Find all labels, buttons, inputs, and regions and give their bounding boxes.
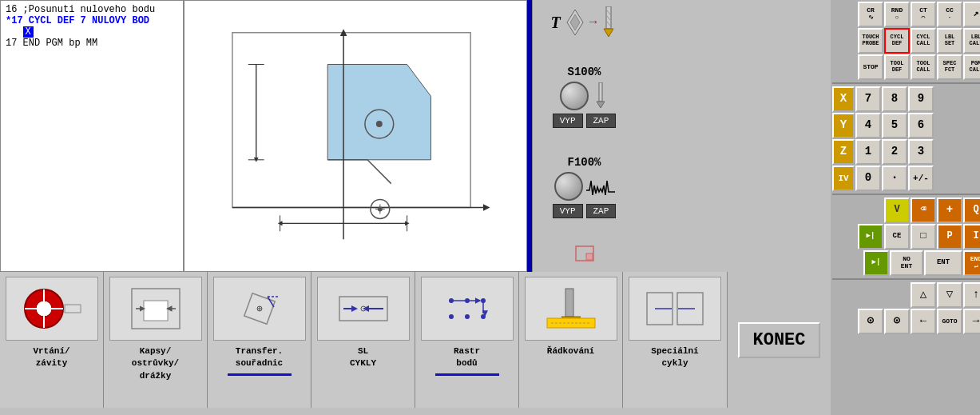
num-5-button[interactable]: 5 xyxy=(882,113,907,138)
backspace-button[interactable]: ⌫ xyxy=(911,198,936,223)
num-0-button[interactable]: 0 xyxy=(855,166,881,191)
cycle-icon-box-26 xyxy=(421,277,514,341)
square-button[interactable]: □ xyxy=(911,224,936,249)
lbl-set-button[interactable]: LBLSET xyxy=(937,28,962,54)
cursor: X xyxy=(23,26,34,38)
cycle-label-8: Kapsy/ostrůvky/drážky xyxy=(132,345,179,382)
cycl-def-button[interactable]: CYCLDEF xyxy=(884,28,910,54)
spec-fct-button[interactable]: SPECFCT xyxy=(937,54,962,80)
plus-button[interactable]: + xyxy=(937,198,962,223)
numeric-block: 7 8 9 4 5 6 1 2 3 0 · +/- xyxy=(855,86,934,191)
ct-button[interactable]: CT⌒ xyxy=(911,2,936,27)
i-button[interactable]: I xyxy=(963,224,980,249)
feed-display xyxy=(554,172,615,201)
y-coord-button[interactable]: Y xyxy=(832,113,855,138)
spindle-knob[interactable] xyxy=(560,82,589,110)
cycle-icon-box-8 xyxy=(109,277,202,341)
cycle-icon-10 xyxy=(228,285,292,333)
rnd-button[interactable]: RND○ xyxy=(884,2,910,27)
end-button[interactable]: END↵ xyxy=(963,250,980,276)
cycle-btn-19[interactable]: Řádkování xyxy=(519,272,623,408)
feed-vyp-button[interactable]: VYP xyxy=(553,204,583,218)
cycle-label-19: Řádkování xyxy=(547,345,594,357)
circle-left-button[interactable]: ⊙ xyxy=(858,309,883,334)
bottom-section: Vrtání/závity xyxy=(0,272,831,408)
stop-button[interactable]: STOP xyxy=(858,54,883,80)
cycle-icon-8 xyxy=(124,285,188,333)
dot-button[interactable]: · xyxy=(882,166,907,191)
cycle-label-7: Vrtání/závity xyxy=(33,345,69,370)
cr-button[interactable]: CR∿ xyxy=(858,2,883,27)
tool-call-button[interactable]: TOOLCALL xyxy=(911,54,936,80)
arrow-up-button[interactable]: ↑ xyxy=(963,282,980,308)
spindle-icon xyxy=(592,82,609,110)
circle-right-button[interactable]: ⊙ xyxy=(884,309,910,334)
cycle-btn-26[interactable]: Rastrbodů xyxy=(415,272,519,408)
ce-button[interactable]: CE xyxy=(884,224,910,249)
no-ent-button[interactable]: NOENT xyxy=(890,250,923,276)
cc-button[interactable]: CC· xyxy=(937,2,962,27)
tool-def-button[interactable]: TOOLDEF xyxy=(884,54,910,80)
coord-column: X Y Z IV xyxy=(832,86,855,191)
separator-2 xyxy=(832,194,980,195)
cycle-btn-247[interactable]: Speciálnícykly xyxy=(623,272,727,408)
num-3-button[interactable]: 3 xyxy=(908,139,934,165)
konec-area[interactable]: KONEC xyxy=(727,272,831,408)
separator-3 xyxy=(832,278,980,280)
cycle-underline-10 xyxy=(228,373,292,376)
arrow-right-icon: → xyxy=(589,15,597,30)
svg-point-55 xyxy=(465,314,470,319)
bp-row-cycl: TOUCHPROBE CYCLDEF CYCLCALL LBLSET LBLCA… xyxy=(832,28,980,54)
q-button[interactable]: Q xyxy=(963,198,980,223)
cycle-icon-box-11 xyxy=(317,277,410,341)
iv-coord-button[interactable]: IV xyxy=(832,166,855,191)
cycle-icon-19 xyxy=(539,285,603,333)
cycl-call-button[interactable]: CYCLCALL xyxy=(911,28,936,54)
svg-rect-59 xyxy=(565,289,573,317)
arrow-right-button[interactable]: → xyxy=(963,309,980,334)
green-left-button[interactable]: ▶| xyxy=(858,224,883,249)
num-6-button[interactable]: 6 xyxy=(908,113,934,138)
separator-1 xyxy=(832,82,980,84)
num-1-button[interactable]: 1 xyxy=(855,139,881,165)
sign-button[interactable]: +/- xyxy=(908,166,934,191)
cycle-label-247: Speciálnícykly xyxy=(651,345,698,370)
x-coord-button[interactable]: X xyxy=(832,86,855,112)
cycle-btn-10[interactable]: Transfer.souřadnic xyxy=(208,272,311,408)
num-7-button[interactable]: 7 xyxy=(855,86,881,112)
green-left2-button[interactable]: ▶| xyxy=(863,250,889,276)
spindle-vyp-button[interactable]: VYP xyxy=(553,114,583,128)
lbl-call-button[interactable]: LBLCALL xyxy=(963,28,980,54)
coord-num-section: X Y Z IV 7 8 9 4 5 6 1 2 3 0 · +/- xyxy=(832,86,980,191)
num-2-button[interactable]: 2 xyxy=(882,139,907,165)
feed-knob[interactable] xyxy=(554,172,583,201)
cycle-btn-11[interactable]: SLCYKLY xyxy=(311,272,415,408)
diagonal-button[interactable]: ↗ xyxy=(963,2,980,27)
feed-zap-button[interactable]: ZAP xyxy=(586,204,617,218)
triangle-up-button[interactable]: △ xyxy=(911,282,936,308)
num-9-button[interactable]: 9 xyxy=(908,86,934,112)
ent-button[interactable]: ENT xyxy=(924,250,962,276)
spindle-zap-button[interactable]: ZAP xyxy=(586,114,617,128)
num-4-button[interactable]: 4 xyxy=(855,113,881,138)
num-8-button[interactable]: 8 xyxy=(882,86,907,112)
code-line-2: *17 CYCL DEF 7 NULOVY BOD xyxy=(6,15,178,26)
cycle-btn-8[interactable]: Kapsy/ostrůvky/drážky xyxy=(104,272,208,408)
goto-button[interactable]: GOTO xyxy=(937,309,962,334)
konec-button[interactable]: KONEC xyxy=(738,322,819,358)
triangle-down-button[interactable]: ▽ xyxy=(937,282,962,308)
feed-rate-label: F100% xyxy=(567,156,601,169)
bp-row-tool: STOP TOOLDEF TOOLCALL SPECFCT PGMCALL xyxy=(832,54,980,80)
ent-row: ▶| NOENT ENT END↵ xyxy=(832,250,980,276)
code-line-1: 16 ;Posunuti nuloveho bodu xyxy=(6,4,178,15)
cycle-btn-7[interactable]: Vrtání/závity xyxy=(0,272,104,408)
touch-probe-button[interactable]: TOUCHPROBE xyxy=(858,28,883,54)
v-button[interactable]: V xyxy=(884,198,910,223)
p-button[interactable]: P xyxy=(937,224,962,249)
arrow-left-button[interactable]: ← xyxy=(911,309,936,334)
pgm-call-button[interactable]: PGMCALL xyxy=(963,54,980,80)
code-line-4: 17 END PGM bp MM xyxy=(6,38,178,49)
tool-icon-right xyxy=(600,6,617,38)
cycle-label-11: SLCYKLY xyxy=(350,345,376,370)
z-coord-button[interactable]: Z xyxy=(832,139,855,165)
